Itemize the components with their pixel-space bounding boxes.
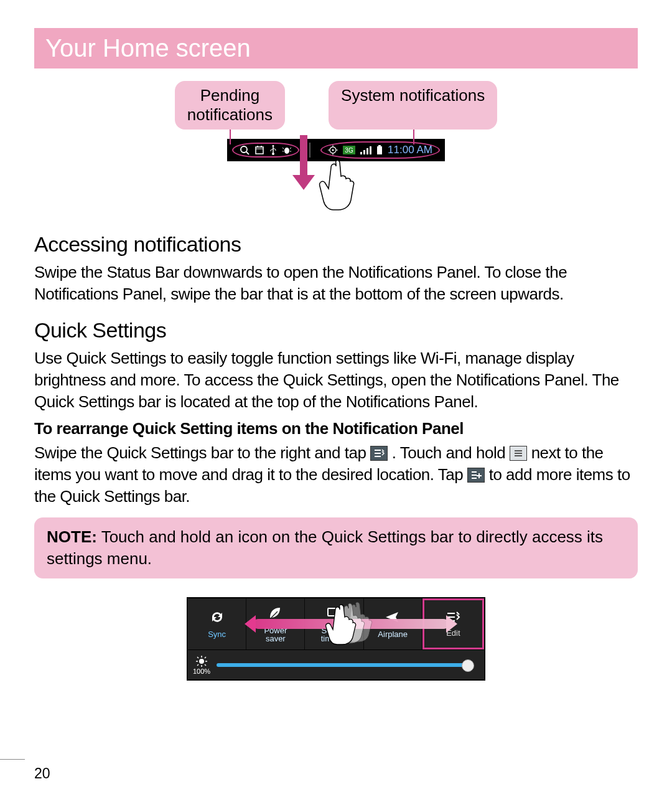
svg-point-0 <box>241 146 247 153</box>
signal-icon <box>360 146 371 154</box>
handle-icon <box>510 446 527 461</box>
swipe-hand-icon <box>311 158 361 214</box>
svg-rect-25 <box>370 146 371 154</box>
svg-point-7 <box>272 153 274 155</box>
svg-point-9 <box>284 148 289 154</box>
svg-line-56 <box>197 664 198 666</box>
note-label: NOTE: <box>47 527 97 546</box>
quick-settings-panel: Sync Power saver Screen timeout Airplane <box>187 597 485 681</box>
note-text: Touch and hold an icon on the Quick Sett… <box>47 527 603 568</box>
quickmemo-icon <box>240 145 250 155</box>
status-left-group <box>232 143 299 158</box>
page-title-bar: Your Home screen <box>34 28 638 68</box>
svg-rect-2 <box>256 147 263 154</box>
note-box: NOTE: Touch and hold an icon on the Quic… <box>34 517 638 578</box>
page-number: 20 <box>34 765 50 782</box>
qs-tile-power-saver: Power saver <box>246 598 305 649</box>
rearrange-text-2: . Touch and hold <box>392 443 510 462</box>
body-accessing: Swipe the Status Bar downwards to open t… <box>34 262 638 305</box>
svg-point-48 <box>199 659 204 664</box>
body-rearrange: Swipe the Quick Settings bar to the righ… <box>34 442 638 507</box>
subheading-rearrange: To rearrange Quick Setting items on the … <box>34 419 638 438</box>
rearrange-text-1: Swipe the Quick Settings bar to the righ… <box>34 443 370 462</box>
svg-line-1 <box>246 152 249 154</box>
usb-icon <box>269 145 277 155</box>
svg-rect-24 <box>366 148 368 154</box>
calendar-icon <box>254 145 264 155</box>
callout-pending: Pending notifications <box>175 81 285 130</box>
callout-system: System notifications <box>329 81 497 130</box>
gps-icon <box>328 145 338 155</box>
edit-list-icon <box>370 446 388 461</box>
heading-quick-settings: Quick Settings <box>34 318 638 342</box>
arrow-down-icon <box>292 135 315 191</box>
qs-label-edit: Edit <box>446 629 460 638</box>
brightness-row: 100% <box>188 649 484 679</box>
svg-rect-28 <box>300 135 307 175</box>
svg-rect-27 <box>378 145 381 146</box>
svg-rect-22 <box>360 152 362 154</box>
qs-label-airplane: Airplane <box>378 630 408 639</box>
svg-rect-23 <box>363 150 365 154</box>
svg-text:3G: 3G <box>345 147 353 154</box>
status-right-group: 3G 11:00 AM <box>320 141 440 159</box>
heading-accessing: Accessing notifications <box>34 232 638 257</box>
brightness-slider <box>217 663 470 667</box>
qs-label-sync: Sync <box>208 630 226 639</box>
status-bar-diagram: Pending notifications System notificatio… <box>34 81 638 214</box>
svg-point-15 <box>332 149 334 151</box>
qs-label-power: Power saver <box>264 626 287 643</box>
add-list-icon <box>467 468 485 483</box>
svg-marker-29 <box>292 175 315 190</box>
svg-line-55 <box>205 657 206 658</box>
swipe-hand-ghost-icon <box>321 601 377 653</box>
edit-list-icon <box>445 610 461 626</box>
svg-line-10 <box>282 148 284 149</box>
airplane-icon <box>385 609 401 628</box>
leaf-icon <box>268 605 284 624</box>
brightness-pct: 100% <box>193 668 210 675</box>
quick-settings-figure: Sync Power saver Screen timeout Airplane <box>34 597 638 681</box>
status-time: 11:00 AM <box>388 144 432 156</box>
sync-icon <box>209 609 225 628</box>
debug-icon <box>282 145 292 155</box>
svg-rect-26 <box>377 146 382 154</box>
3g-icon: 3G <box>343 146 355 154</box>
svg-line-53 <box>197 657 198 658</box>
brightness-icon: 100% <box>193 655 210 675</box>
body-quick-settings: Use Quick Settings to easily toggle func… <box>34 347 638 413</box>
battery-icon <box>376 145 383 155</box>
svg-line-54 <box>205 664 206 666</box>
svg-marker-8 <box>272 145 274 146</box>
qs-tile-edit: Edit <box>422 598 484 649</box>
svg-line-11 <box>290 148 291 149</box>
qs-tile-sync: Sync <box>188 598 246 649</box>
